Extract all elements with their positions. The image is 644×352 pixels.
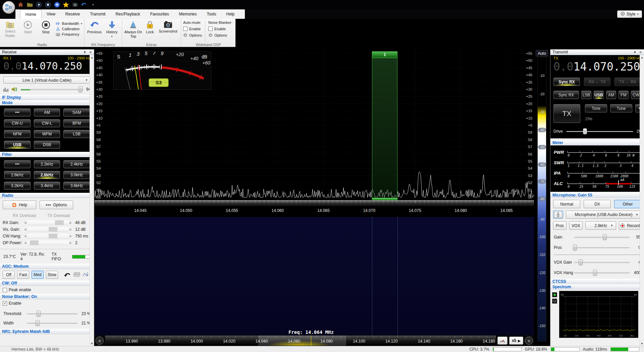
section-if-display[interactable]: IF Display▼ <box>0 95 94 100</box>
section-nr1[interactable]: NR1: Ephraim Malah 4dB▲ <box>0 329 94 334</box>
bandwidth-button[interactable]: Bandwidth▾ <box>56 21 82 26</box>
history-button[interactable]: History ▾ <box>104 20 120 42</box>
drive-grip[interactable] <box>583 128 587 134</box>
zoom-control[interactable]: x5 ▶ <box>509 337 523 345</box>
start-button[interactable]: Start <box>20 20 36 42</box>
peak-enable-checkbox[interactable]: Peak enable <box>0 286 94 294</box>
section-ctcss[interactable]: CTCSS▼ <box>550 279 644 284</box>
receive-panel-scrollbar[interactable]: ▲▼ <box>90 55 94 346</box>
tx-mode-usb[interactable]: USB <box>594 91 604 99</box>
slider-grip[interactable] <box>36 320 40 326</box>
slider-grip[interactable] <box>573 245 577 251</box>
agc-edit-icon[interactable] <box>83 272 89 278</box>
tx-spectrum-toggle-on[interactable] <box>552 292 557 297</box>
volume-slider[interactable] <box>20 86 84 92</box>
mode-button--[interactable]: ••• <box>4 108 31 117</box>
slider[interactable] <box>574 259 630 265</box>
collapse-icon[interactable]: ▼ <box>83 50 87 54</box>
slider-right-arrow[interactable]: > <box>68 241 72 245</box>
style-selector[interactable]: Style ▾ <box>617 10 642 18</box>
section-noise-blanker[interactable]: Noise Blanker: On▲ <box>0 294 94 299</box>
slider-handle[interactable] <box>55 220 64 225</box>
options-button[interactable]: •••Options <box>40 201 73 209</box>
undo-icon[interactable] <box>81 1 87 8</box>
tab-help[interactable]: Help <box>221 9 240 19</box>
slider[interactable] <box>27 311 78 317</box>
camera-icon[interactable] <box>72 1 78 8</box>
filter-button-2.8khz[interactable]: 2.8kHz <box>34 171 60 179</box>
tune-button[interactable]: Tune <box>610 104 632 113</box>
tab-receive[interactable]: Receive <box>60 9 85 19</box>
folder-icon[interactable] <box>26 1 33 8</box>
sync-button-2[interactable]: TX ← RX <box>614 78 641 86</box>
slider-track[interactable] <box>28 234 68 238</box>
filter-button-3.4khz[interactable]: 3.4kHz <box>34 182 60 190</box>
slider-right-arrow[interactable]: > <box>68 234 72 238</box>
section-filter[interactable]: Filter▲ <box>0 152 94 157</box>
mode-button-cw-u[interactable]: CW-U <box>4 119 31 127</box>
filter-button-2.6khz[interactable]: 2.6kHz <box>4 171 31 179</box>
section-microphone[interactable]: Microphone: Gain 55▲ <box>550 192 644 198</box>
agc-monitor-icon[interactable] <box>73 272 80 278</box>
mode-button-usb[interactable]: USB <box>4 141 31 149</box>
scroll-up-icon[interactable]: ▲ <box>640 56 644 59</box>
lock-button[interactable]: Lock <box>144 20 156 42</box>
tab-transmit[interactable]: Transmit <box>85 9 110 19</box>
tab-tools[interactable]: Tools <box>202 9 221 19</box>
mode-button-nfm[interactable]: NFM <box>4 130 31 138</box>
section-agc[interactable]: AGC: Medium▲ <box>0 264 94 269</box>
tab-memories[interactable]: Memories <box>174 9 202 19</box>
agc-button-fast[interactable]: Fast <box>17 271 29 279</box>
tx-frequency-display[interactable]: TX100 - 2900 Hz 0.014.070.250 Sync RXRX … <box>550 55 644 138</box>
slider-left-arrow[interactable]: < <box>23 227 28 231</box>
agc-button-off[interactable]: Off <box>3 271 15 279</box>
spectrum-display[interactable]: 13579+20+40+60SdBS3 +55+55+50+50+45+45+4… <box>95 49 534 201</box>
slider-right-arrow[interactable]: > <box>68 227 72 231</box>
slider-track[interactable] <box>28 220 68 225</box>
section-tx-spectrum[interactable]: Spectrum▲ <box>550 284 644 290</box>
favourite-star-icon[interactable] <box>63 1 69 8</box>
drive-slider[interactable] <box>566 128 633 134</box>
slider-right-arrow[interactable]: > <box>68 221 72 225</box>
meter-toggle-button[interactable] <box>497 337 507 345</box>
slider[interactable] <box>574 270 630 276</box>
calibration-button[interactable]: Calibration <box>56 27 82 31</box>
band-ruler[interactable]: 13.96013.98014.00014.02014.04014.06014.0… <box>105 336 496 346</box>
record-button[interactable]: Record <box>619 221 641 230</box>
automute-enable-checkbox[interactable]: Enable <box>183 27 202 31</box>
mic-profile-normal[interactable]: Normal <box>553 200 580 208</box>
audio-device-select[interactable]: Line 1 (Virtual Audio Cable) ▼ <box>3 77 91 84</box>
frequency-button[interactable]: Frequency <box>56 32 82 36</box>
filter-button-2.4khz[interactable]: 2.4kHz <box>63 160 90 168</box>
rx-passband-region[interactable]: 1 <box>372 51 397 201</box>
tx-bandwidth-select[interactable]: 2.8kHz ▼ <box>585 221 616 230</box>
close-icon[interactable]: ✕ <box>639 50 642 54</box>
proc-button[interactable]: Proc <box>553 221 567 230</box>
mic-select-button[interactable] <box>553 211 563 219</box>
noise-blanker-options-button[interactable]: Options <box>208 33 232 37</box>
section-radio[interactable]: Radio▲ <box>0 193 94 198</box>
tab-rec-playback[interactable]: Rec/Playback <box>110 9 145 19</box>
tab-favourites[interactable]: Favourites <box>145 9 174 19</box>
chevron-right-icon[interactable]: ▶ <box>518 339 521 343</box>
slider-handle[interactable] <box>30 240 39 245</box>
tx-frequency-digits[interactable]: 0.014.070.250 <box>553 60 641 73</box>
tx-mode-lsb[interactable]: LSB <box>581 91 591 99</box>
mode-button-bfm[interactable]: BFM <box>63 119 90 127</box>
tx-mode-fm[interactable]: FM <box>619 91 629 99</box>
stop-icon[interactable] <box>45 1 51 8</box>
slider[interactable] <box>27 320 78 326</box>
sync-rx-button[interactable]: Sync RX <box>553 91 579 99</box>
home-icon[interactable] <box>17 1 24 8</box>
scroll-down-icon[interactable]: ▼ <box>640 342 644 345</box>
section-meter[interactable]: Meter▲ <box>550 140 644 145</box>
slider-left-arrow[interactable]: < <box>23 221 28 225</box>
help-button[interactable]: Help <box>3 201 36 209</box>
select-radio-button[interactable]: Select Radio <box>2 20 18 42</box>
close-icon[interactable]: ✕ <box>89 50 92 54</box>
automute-options-button[interactable]: Options <box>183 33 202 37</box>
auto-level-button[interactable]: Auto <box>536 50 548 56</box>
mic-profile-other[interactable]: Other <box>614 200 641 208</box>
speaker-icon[interactable] <box>11 87 18 92</box>
tx-mode-am[interactable]: AM <box>606 91 616 99</box>
